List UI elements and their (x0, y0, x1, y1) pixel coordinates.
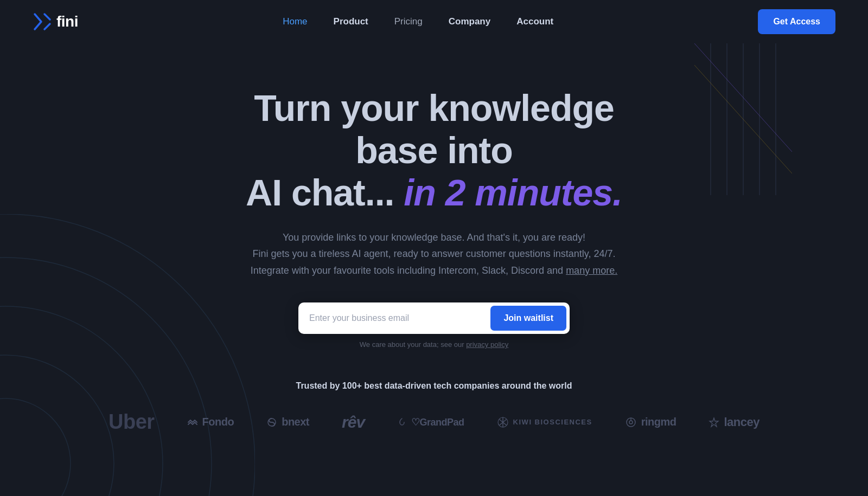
lancey-icon (709, 417, 719, 428)
hero-section: Turn your knowledge base into AI chat...… (0, 43, 868, 349)
grandpad-logo-text: ♡GrandPad (411, 416, 464, 428)
logo-fondo: Fondo (187, 416, 234, 428)
privacy-note: We care about your data; see our privacy… (360, 340, 508, 349)
logo-rev: rêv (342, 413, 365, 431)
nav-item-product[interactable]: Product (334, 16, 368, 27)
kiwi-logo-text: KIWI BIOSCIENCES (513, 418, 592, 426)
nav-links: Home Product Pricing Company Account (283, 16, 553, 27)
logo-lancey: lancey (709, 415, 760, 429)
ringmd-icon (625, 416, 637, 428)
nav-item-company[interactable]: Company (449, 16, 490, 27)
nav-item-home[interactable]: Home (283, 16, 307, 27)
privacy-text: We care about your data; see our (360, 340, 466, 349)
hero-subtitle-line1: You provide links to your knowledge base… (283, 232, 585, 243)
logo-icon (33, 12, 52, 31)
nav-link-pricing[interactable]: Pricing (394, 16, 423, 27)
nav-link-home[interactable]: Home (283, 16, 307, 27)
join-waitlist-button[interactable]: Join waitlist (490, 306, 566, 331)
logo[interactable]: fini (33, 12, 78, 31)
ringmd-logo-text: ringmd (641, 416, 676, 428)
email-input[interactable] (307, 309, 490, 327)
lancey-logo-text: lancey (724, 415, 760, 429)
hero-subtitle-line2: Fini gets you a tireless AI agent, ready… (252, 248, 615, 259)
bnext-logo-text: bnext (282, 416, 309, 428)
hero-subtitle-link[interactable]: many more. (566, 265, 617, 276)
hero-subtitle: You provide links to your knowledge base… (251, 229, 617, 279)
logo-uber: Uber (108, 410, 155, 434)
get-access-button[interactable]: Get Access (758, 9, 835, 34)
rev-logo-text: rêv (342, 413, 365, 431)
nav-link-account[interactable]: Account (516, 16, 553, 27)
trusted-section: Trusted by 100+ best data-driven tech co… (0, 381, 868, 434)
kiwi-icon (497, 416, 509, 428)
logos-row: Uber Fondo bnext rêv ♡GrandPad (0, 410, 868, 434)
privacy-policy-link[interactable]: privacy policy (466, 340, 508, 349)
hero-subtitle-line3-plain: Integrate with your favourite tools incl… (251, 265, 566, 276)
hero-title-line1: Turn your knowledge base into (254, 87, 614, 171)
nav-item-account[interactable]: Account (516, 16, 553, 27)
logo-grandpad: ♡GrandPad (397, 416, 464, 428)
uber-logo-text: Uber (108, 410, 155, 434)
email-form: Join waitlist (298, 302, 570, 334)
bnext-icon (266, 417, 277, 428)
fondo-icon (187, 417, 198, 428)
logo-ringmd: ringmd (625, 416, 676, 428)
logo-text: fini (56, 13, 78, 30)
hero-title-line2-plain: AI chat... (246, 172, 404, 213)
svg-point-15 (629, 421, 633, 424)
fondo-logo-text: Fondo (202, 416, 234, 428)
hero-title-highlight: in 2 minutes. (404, 172, 622, 213)
grandpad-icon (397, 417, 407, 427)
logo-kiwi: KIWI BIOSCIENCES (497, 416, 592, 428)
nav-link-company[interactable]: Company (449, 16, 490, 27)
navbar: fini Home Product Pricing Company Accoun… (0, 0, 868, 43)
nav-item-pricing[interactable]: Pricing (394, 16, 423, 27)
trusted-title: Trusted by 100+ best data-driven tech co… (0, 381, 868, 391)
nav-link-product[interactable]: Product (334, 16, 368, 27)
logo-bnext: bnext (266, 416, 309, 428)
hero-title: Turn your knowledge base into AI chat...… (212, 87, 656, 214)
